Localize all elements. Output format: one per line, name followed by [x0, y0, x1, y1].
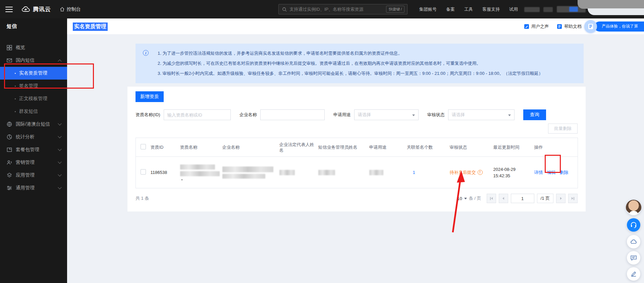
- sidebar-item-signature-management[interactable]: 签名管理: [0, 80, 67, 92]
- product-experience-banner[interactable]: 产品体验，你说了算: [594, 21, 644, 32]
- redacted-blob: [569, 7, 578, 12]
- menu-tools[interactable]: 工具: [464, 6, 473, 12]
- chevron-down-icon: [58, 147, 61, 151]
- status-select[interactable]: 请选择: [448, 109, 515, 120]
- sidebar-item-statistics[interactable]: 统计分析: [0, 131, 67, 143]
- console-link[interactable]: 控制台: [60, 6, 81, 12]
- qualification-name-input[interactable]: [164, 109, 231, 120]
- edit-link[interactable]: 编辑: [547, 170, 556, 176]
- total-count-label: 共 1 条: [136, 195, 149, 201]
- user-voice-link[interactable]: 用户之声: [524, 23, 549, 30]
- table-header-row: 资质ID 资质名称 企业名称 企业法定代表人姓名 短信业务管理员姓名 申请用途 …: [136, 138, 578, 157]
- row-checkbox[interactable]: [141, 169, 146, 175]
- query-button[interactable]: 查询: [523, 109, 546, 120]
- info-banner: i 1. 为了进一步管控违法违规短信的发送，并参考运营商实名发送短信的要求，申请…: [136, 44, 584, 83]
- company-name-input[interactable]: [260, 109, 325, 120]
- cloud-assistant-button[interactable]: [627, 235, 640, 248]
- qualification-card: 新增资质 资质名称(ID) 企业名称 申请用途 请选择 审核状态 请选择 查询 …: [127, 87, 586, 211]
- sidebar-item-label: 国内短信: [16, 57, 35, 63]
- delete-link[interactable]: 删除: [560, 170, 569, 176]
- redacted-blob: [578, 0, 644, 9]
- sliders-icon: [7, 185, 12, 191]
- grid-icon: [7, 45, 12, 50]
- global-search[interactable]: 快捷键 /: [278, 4, 408, 14]
- sidebar-item-international-sms[interactable]: 国际/港澳台短信: [0, 118, 67, 131]
- sidebar-item-domestic-sms[interactable]: 国内短信: [0, 54, 67, 67]
- page-number-input[interactable]: [511, 194, 534, 203]
- chevron-down-icon: [58, 134, 61, 138]
- tencent-cloud-logo[interactable]: 腾讯云: [21, 5, 51, 13]
- col-updated-time: 最近更新时间: [493, 138, 534, 157]
- document-icon: [557, 24, 562, 29]
- batch-delete-button[interactable]: 批量删除: [548, 124, 578, 134]
- prev-page-button[interactable]: [499, 194, 508, 203]
- service-agent-avatar[interactable]: [626, 200, 641, 215]
- filter-row: 资质名称(ID) 企业名称 申请用途 请选择 审核状态 请选择 查询: [136, 109, 578, 120]
- per-page-label: 条 / 页: [469, 195, 481, 201]
- table-row: 1186538: [136, 157, 578, 188]
- first-page-button[interactable]: [487, 194, 496, 203]
- sidebar-item-application-management[interactable]: 应用管理: [0, 169, 67, 182]
- page-header: 实名资质管理 用户之声 帮助文档 产品体验，你说了算: [67, 18, 644, 34]
- sidebar-item-marketing-management[interactable]: 营销管理: [0, 156, 67, 169]
- add-qualification-button[interactable]: 新增资质: [136, 91, 164, 102]
- sidebar-item-label: 群发短信: [19, 108, 38, 114]
- cell-signature-count: 1: [407, 157, 450, 188]
- caret-down-icon: [412, 114, 415, 117]
- qualification-table: 资质ID 资质名称 企业名称 企业法定代表人姓名 短信业务管理员姓名 申请用途 …: [136, 138, 578, 188]
- survey-feedback-button[interactable]: [627, 267, 640, 281]
- menu-icp-filing[interactable]: 备案: [446, 6, 455, 12]
- usage-select[interactable]: 请选择: [354, 109, 419, 120]
- sidebar-item-overview[interactable]: 概览: [0, 41, 67, 54]
- menu-trial[interactable]: 试用: [509, 6, 518, 12]
- col-company-name: 企业名称: [222, 138, 279, 157]
- redacted-blob: [524, 7, 540, 12]
- redacted-text: [279, 170, 295, 175]
- cell-company-name: [222, 157, 279, 188]
- select-all-checkbox[interactable]: [141, 144, 146, 149]
- sidebar-item-package-management[interactable]: 套餐包管理: [0, 143, 67, 156]
- menu-group-account[interactable]: 集团账号: [419, 6, 437, 12]
- sidebar-item-label: 统计分析: [16, 134, 35, 140]
- mail-icon: [7, 58, 12, 63]
- col-qualification-id: 资质ID: [151, 138, 180, 157]
- customer-service-button[interactable]: [627, 218, 640, 232]
- sidebar-item-label: 签名管理: [19, 83, 38, 89]
- sidebar-item-general-management[interactable]: 通用管理: [0, 182, 67, 194]
- cell-legal-rep-name: [279, 157, 318, 188]
- banner-line-1: 1. 为了进一步管控违法违规短信的发送，并参考运营商实名发送短信的要求，申请签名…: [158, 48, 577, 58]
- cloud-logo-icon: [21, 6, 30, 13]
- message-button[interactable]: [627, 251, 640, 265]
- cloud-icon: [630, 238, 637, 245]
- topbar: 腾讯云 控制台 快捷键 / 集团账号 备案 工具 客服支持 试用: [0, 0, 644, 18]
- sidebar-item-template-management[interactable]: 正文模板管理: [0, 92, 67, 105]
- redacted-text: [180, 164, 215, 170]
- search-input[interactable]: [289, 7, 386, 12]
- sidebar-item-realname-qualification[interactable]: 实名资质管理: [0, 67, 67, 80]
- updated-time: 15:42:35: [493, 173, 532, 179]
- signature-count-link[interactable]: 1: [413, 170, 415, 175]
- cell-sms-admin-name: [318, 157, 369, 188]
- pie-chart-icon: [7, 134, 12, 140]
- next-page-button[interactable]: [556, 194, 566, 203]
- cell-qualification-name: [180, 157, 222, 188]
- hamburger-menu-icon[interactable]: [5, 7, 13, 12]
- page-size-select[interactable]: 10 条 / 页: [457, 195, 481, 201]
- col-audit-status: 审核状态: [450, 138, 493, 157]
- sidebar-item-label: 实名资质管理: [19, 70, 47, 76]
- detail-link[interactable]: 详情: [534, 170, 543, 176]
- last-page-button[interactable]: [568, 194, 578, 203]
- col-qualification-name: 资质名称: [180, 138, 222, 157]
- help-docs-link[interactable]: 帮助文档: [557, 23, 582, 30]
- sidebar-item-bulk-sms[interactable]: 群发短信: [0, 105, 67, 118]
- sidebar-item-label: 应用管理: [16, 172, 35, 178]
- info-icon: i: [143, 50, 149, 56]
- col-sms-admin-name: 短信业务管理员姓名: [318, 138, 369, 157]
- chevron-down-icon: [58, 185, 61, 189]
- sidebar-item-label: 正文模板管理: [19, 96, 47, 102]
- globe-icon: [7, 122, 12, 127]
- menu-support[interactable]: 客服支持: [482, 6, 500, 12]
- chevron-down-icon: [58, 173, 61, 176]
- decorative-swoosh: [588, 8, 644, 15]
- status-badge: 待补充后提交 !: [450, 170, 483, 176]
